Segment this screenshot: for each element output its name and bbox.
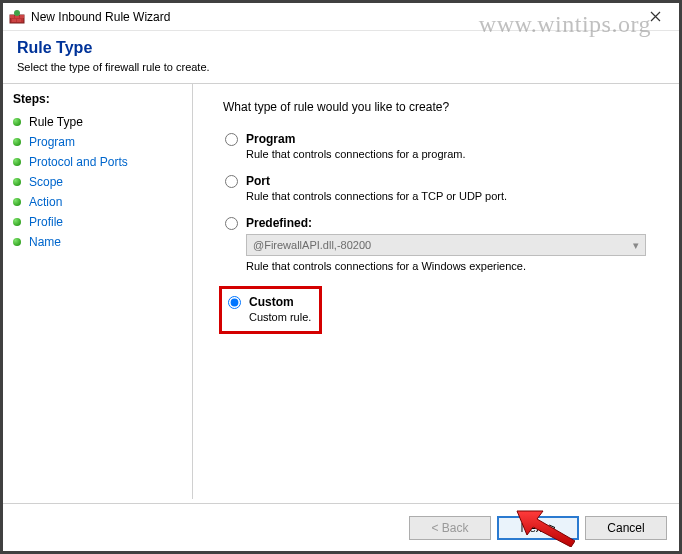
option-desc: Rule that controls connections for a TCP… (246, 190, 659, 202)
step-label: Program (29, 135, 75, 149)
predefined-select-value: @FirewallAPI.dll,-80200 (253, 239, 371, 251)
option-program: Program Rule that controls connections f… (223, 132, 659, 160)
svg-rect-1 (10, 15, 14, 18)
option-desc: Custom rule. (249, 311, 311, 323)
close-button[interactable] (637, 4, 673, 30)
step-label: Action (29, 195, 62, 209)
option-title: Predefined: (246, 216, 312, 230)
page-heading: Rule Type (17, 39, 665, 57)
step-protocol-ports[interactable]: Protocol and Ports (13, 152, 182, 172)
step-action[interactable]: Action (13, 192, 182, 212)
step-label: Protocol and Ports (29, 155, 128, 169)
cancel-button[interactable]: Cancel (585, 516, 667, 540)
step-bullet-icon (13, 198, 21, 206)
option-program-label[interactable]: Program (225, 132, 659, 146)
wizard-header: Rule Type Select the type of firewall ru… (3, 31, 679, 83)
step-program[interactable]: Program (13, 132, 182, 152)
titlebar: New Inbound Rule Wizard (3, 3, 679, 31)
firewall-icon (9, 9, 25, 25)
option-predefined: Predefined: @FirewallAPI.dll,-80200 ▾ Ru… (223, 216, 659, 272)
window-title: New Inbound Rule Wizard (31, 10, 637, 24)
svg-point-6 (14, 10, 20, 16)
radio-program[interactable] (225, 133, 238, 146)
step-name[interactable]: Name (13, 232, 182, 252)
predefined-select: @FirewallAPI.dll,-80200 ▾ (246, 234, 646, 256)
step-label: Name (29, 235, 61, 249)
option-port: Port Rule that controls connections for … (223, 174, 659, 202)
step-profile[interactable]: Profile (13, 212, 182, 232)
step-bullet-icon (13, 118, 21, 126)
step-bullet-icon (13, 158, 21, 166)
option-port-label[interactable]: Port (225, 174, 659, 188)
steps-label: Steps: (13, 92, 182, 106)
step-bullet-icon (13, 178, 21, 186)
next-button[interactable]: Next > (497, 516, 579, 540)
option-desc: Rule that controls connections for a Win… (246, 260, 659, 272)
back-button: < Back (409, 516, 491, 540)
svg-rect-5 (17, 19, 21, 22)
svg-rect-4 (12, 19, 16, 22)
main-panel: What type of rule would you like to crea… (193, 84, 679, 499)
step-bullet-icon (13, 238, 21, 246)
option-title: Custom (249, 295, 294, 309)
step-bullet-icon (13, 138, 21, 146)
chevron-down-icon: ▾ (633, 239, 639, 252)
step-bullet-icon (13, 218, 21, 226)
radio-port[interactable] (225, 175, 238, 188)
svg-rect-3 (20, 15, 24, 18)
question-text: What type of rule would you like to crea… (223, 100, 659, 114)
wizard-footer: < Back Next > Cancel (3, 503, 679, 551)
step-scope[interactable]: Scope (13, 172, 182, 192)
option-title: Port (246, 174, 270, 188)
option-custom-label[interactable]: Custom (228, 295, 311, 309)
content-area: Steps: Rule Type Program Protocol and Po… (3, 83, 679, 499)
steps-sidebar: Steps: Rule Type Program Protocol and Po… (3, 84, 193, 499)
option-title: Program (246, 132, 295, 146)
page-subtitle: Select the type of firewall rule to crea… (17, 61, 665, 73)
step-rule-type[interactable]: Rule Type (13, 112, 182, 132)
step-label: Profile (29, 215, 63, 229)
step-label: Scope (29, 175, 63, 189)
radio-predefined[interactable] (225, 217, 238, 230)
option-predefined-label[interactable]: Predefined: (225, 216, 659, 230)
option-custom: Custom Custom rule. (226, 295, 311, 323)
radio-custom[interactable] (228, 296, 241, 309)
step-label: Rule Type (29, 115, 83, 129)
annotation-highlight: Custom Custom rule. (219, 286, 322, 334)
option-desc: Rule that controls connections for a pro… (246, 148, 659, 160)
